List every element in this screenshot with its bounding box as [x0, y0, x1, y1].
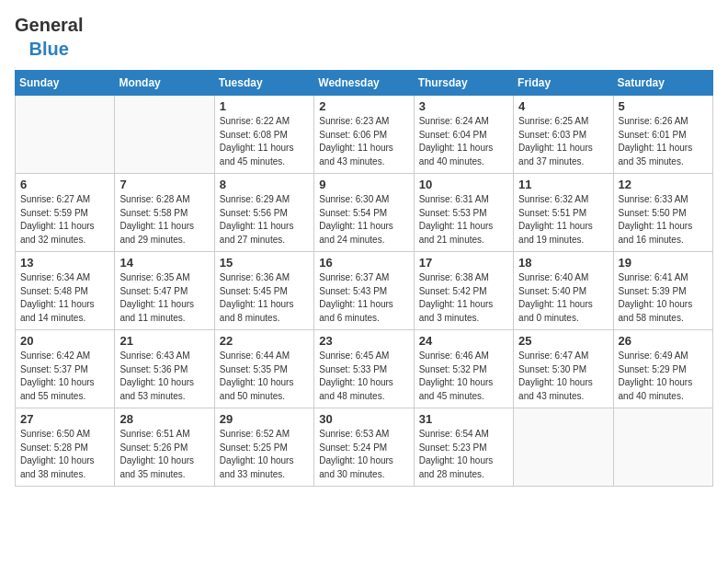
day-number: 15 — [220, 256, 309, 270]
day-number: 25 — [518, 334, 608, 348]
day-info: Sunrise: 6:40 AM Sunset: 5:40 PM Dayligh… — [518, 271, 608, 325]
week-row: 1 Sunrise: 6:22 AM Sunset: 6:08 PM Dayli… — [16, 96, 713, 174]
day-info: Sunrise: 6:27 AM Sunset: 5:59 PM Dayligh… — [20, 193, 109, 247]
calendar-cell: 16 Sunrise: 6:37 AM Sunset: 5:43 PM Dayl… — [314, 252, 414, 330]
day-info: Sunrise: 6:30 AM Sunset: 5:54 PM Dayligh… — [319, 193, 408, 247]
day-number: 13 — [20, 256, 109, 270]
day-number: 28 — [119, 412, 209, 426]
day-info: Sunrise: 6:41 AM Sunset: 5:39 PM Dayligh… — [619, 271, 708, 325]
day-number: 18 — [518, 256, 608, 270]
day-number: 23 — [319, 334, 408, 348]
page-header: General Blue — [15, 15, 713, 59]
day-info: Sunrise: 6:26 AM Sunset: 6:01 PM Dayligh… — [619, 115, 708, 168]
week-row: 20 Sunrise: 6:42 AM Sunset: 5:37 PM Dayl… — [16, 330, 713, 408]
day-number: 12 — [619, 178, 708, 191]
calendar-cell: 3 Sunrise: 6:24 AM Sunset: 6:04 PM Dayli… — [414, 96, 513, 174]
day-info: Sunrise: 6:28 AM Sunset: 5:58 PM Dayligh… — [119, 193, 209, 247]
day-info: Sunrise: 6:37 AM Sunset: 5:43 PM Dayligh… — [319, 271, 408, 325]
calendar-cell: 19 Sunrise: 6:41 AM Sunset: 5:39 PM Dayl… — [613, 252, 712, 330]
day-number: 10 — [419, 178, 508, 191]
calendar-cell: 15 Sunrise: 6:36 AM Sunset: 5:45 PM Dayl… — [214, 252, 313, 330]
calendar-cell — [115, 96, 214, 174]
calendar-cell: 12 Sunrise: 6:33 AM Sunset: 5:50 PM Dayl… — [613, 174, 712, 252]
header-row: SundayMondayTuesdayWednesdayThursdayFrid… — [16, 71, 713, 96]
calendar-cell: 29 Sunrise: 6:52 AM Sunset: 5:25 PM Dayl… — [214, 408, 313, 487]
weekday-header: Monday — [115, 71, 214, 96]
day-number: 30 — [319, 412, 408, 426]
weekday-header: Tuesday — [214, 71, 313, 96]
calendar-cell: 5 Sunrise: 6:26 AM Sunset: 6:01 PM Dayli… — [613, 96, 712, 174]
day-number: 27 — [20, 412, 109, 426]
calendar-cell: 28 Sunrise: 6:51 AM Sunset: 5:26 PM Dayl… — [115, 408, 214, 487]
calendar-cell: 4 Sunrise: 6:25 AM Sunset: 6:03 PM Dayli… — [514, 96, 613, 174]
day-number: 11 — [518, 178, 608, 191]
day-info: Sunrise: 6:33 AM Sunset: 5:50 PM Dayligh… — [619, 193, 708, 247]
day-number: 4 — [518, 99, 608, 113]
calendar-cell — [16, 96, 115, 174]
day-number: 7 — [119, 178, 209, 191]
calendar-cell: 11 Sunrise: 6:32 AM Sunset: 5:51 PM Dayl… — [514, 174, 613, 252]
calendar-cell: 8 Sunrise: 6:29 AM Sunset: 5:56 PM Dayli… — [214, 174, 313, 252]
day-info: Sunrise: 6:24 AM Sunset: 6:04 PM Dayligh… — [419, 115, 508, 168]
day-info: Sunrise: 6:45 AM Sunset: 5:33 PM Dayligh… — [319, 350, 408, 403]
day-number: 1 — [220, 99, 309, 113]
day-info: Sunrise: 6:49 AM Sunset: 5:29 PM Dayligh… — [619, 350, 708, 403]
calendar-cell: 13 Sunrise: 6:34 AM Sunset: 5:48 PM Dayl… — [16, 252, 115, 330]
day-info: Sunrise: 6:42 AM Sunset: 5:37 PM Dayligh… — [20, 350, 109, 403]
calendar-cell: 26 Sunrise: 6:49 AM Sunset: 5:29 PM Dayl… — [613, 330, 712, 408]
calendar-cell: 9 Sunrise: 6:30 AM Sunset: 5:54 PM Dayli… — [314, 174, 414, 252]
day-info: Sunrise: 6:32 AM Sunset: 5:51 PM Dayligh… — [518, 193, 608, 247]
day-number: 5 — [619, 99, 708, 113]
day-info: Sunrise: 6:47 AM Sunset: 5:30 PM Dayligh… — [518, 350, 608, 403]
calendar-cell: 7 Sunrise: 6:28 AM Sunset: 5:58 PM Dayli… — [115, 174, 214, 252]
day-info: Sunrise: 6:50 AM Sunset: 5:28 PM Dayligh… — [20, 428, 109, 481]
day-number: 20 — [20, 334, 109, 348]
day-info: Sunrise: 6:43 AM Sunset: 5:36 PM Dayligh… — [119, 350, 209, 403]
calendar-cell: 10 Sunrise: 6:31 AM Sunset: 5:53 PM Dayl… — [414, 174, 513, 252]
calendar-cell: 30 Sunrise: 6:53 AM Sunset: 5:24 PM Dayl… — [314, 408, 414, 487]
day-number: 19 — [619, 256, 708, 270]
week-row: 13 Sunrise: 6:34 AM Sunset: 5:48 PM Dayl… — [16, 252, 713, 330]
calendar-cell: 2 Sunrise: 6:23 AM Sunset: 6:06 PM Dayli… — [314, 96, 414, 174]
calendar-cell: 21 Sunrise: 6:43 AM Sunset: 5:36 PM Dayl… — [115, 330, 214, 408]
calendar-cell: 17 Sunrise: 6:38 AM Sunset: 5:42 PM Dayl… — [414, 252, 513, 330]
calendar-cell: 25 Sunrise: 6:47 AM Sunset: 5:30 PM Dayl… — [514, 330, 613, 408]
day-info: Sunrise: 6:34 AM Sunset: 5:48 PM Dayligh… — [20, 271, 109, 325]
weekday-header: Friday — [514, 71, 613, 96]
day-number: 2 — [319, 99, 408, 113]
day-number: 29 — [220, 412, 309, 426]
day-number: 16 — [319, 256, 408, 270]
calendar-cell: 20 Sunrise: 6:42 AM Sunset: 5:37 PM Dayl… — [16, 330, 115, 408]
day-number: 17 — [419, 256, 508, 270]
calendar-cell — [514, 408, 613, 487]
day-number: 3 — [419, 99, 508, 113]
day-number: 24 — [419, 334, 508, 348]
day-number: 21 — [119, 334, 209, 348]
weekday-header: Wednesday — [314, 71, 414, 96]
calendar-cell: 1 Sunrise: 6:22 AM Sunset: 6:08 PM Dayli… — [214, 96, 313, 174]
day-number: 6 — [20, 178, 109, 191]
calendar-cell: 14 Sunrise: 6:35 AM Sunset: 5:47 PM Dayl… — [115, 252, 214, 330]
day-info: Sunrise: 6:25 AM Sunset: 6:03 PM Dayligh… — [518, 115, 608, 168]
calendar-cell: 27 Sunrise: 6:50 AM Sunset: 5:28 PM Dayl… — [16, 408, 115, 487]
day-number: 26 — [619, 334, 708, 348]
calendar-cell: 18 Sunrise: 6:40 AM Sunset: 5:40 PM Dayl… — [514, 252, 613, 330]
day-info: Sunrise: 6:51 AM Sunset: 5:26 PM Dayligh… — [119, 428, 209, 481]
week-row: 6 Sunrise: 6:27 AM Sunset: 5:59 PM Dayli… — [16, 174, 713, 252]
day-info: Sunrise: 6:52 AM Sunset: 5:25 PM Dayligh… — [220, 428, 309, 481]
calendar-cell: 31 Sunrise: 6:54 AM Sunset: 5:23 PM Dayl… — [414, 408, 513, 487]
week-row: 27 Sunrise: 6:50 AM Sunset: 5:28 PM Dayl… — [16, 408, 713, 487]
day-number: 8 — [220, 178, 309, 191]
day-info: Sunrise: 6:38 AM Sunset: 5:42 PM Dayligh… — [419, 271, 508, 325]
calendar-cell: 24 Sunrise: 6:46 AM Sunset: 5:32 PM Dayl… — [414, 330, 513, 408]
day-number: 22 — [220, 334, 309, 348]
weekday-header: Sunday — [16, 71, 115, 96]
day-info: Sunrise: 6:44 AM Sunset: 5:35 PM Dayligh… — [220, 350, 309, 403]
day-info: Sunrise: 6:22 AM Sunset: 6:08 PM Dayligh… — [220, 115, 309, 168]
day-info: Sunrise: 6:35 AM Sunset: 5:47 PM Dayligh… — [119, 271, 209, 325]
day-info: Sunrise: 6:36 AM Sunset: 5:45 PM Dayligh… — [220, 271, 309, 325]
day-info: Sunrise: 6:53 AM Sunset: 5:24 PM Dayligh… — [319, 428, 408, 481]
day-info: Sunrise: 6:23 AM Sunset: 6:06 PM Dayligh… — [319, 115, 408, 168]
calendar-cell — [613, 408, 712, 487]
calendar-cell: 22 Sunrise: 6:44 AM Sunset: 5:35 PM Dayl… — [214, 330, 313, 408]
